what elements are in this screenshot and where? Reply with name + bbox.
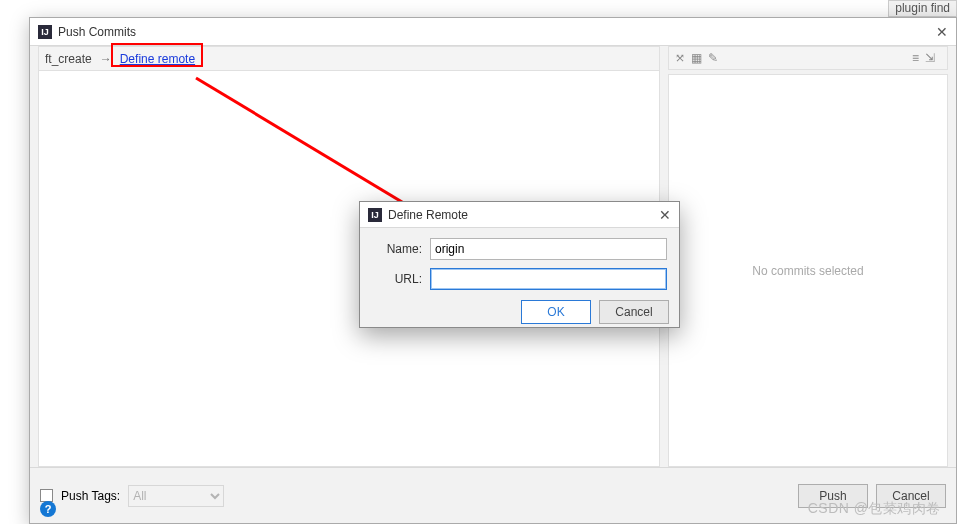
- url-label: URL:: [372, 272, 422, 286]
- commit-details-empty: No commits selected: [668, 74, 948, 467]
- arrow-icon: →: [100, 52, 112, 66]
- app-icon: IJ: [368, 208, 382, 222]
- edit-icon[interactable]: ✎: [708, 51, 718, 65]
- inner-titlebar: IJ Define Remote ✕: [360, 202, 679, 228]
- branch-name: ft_create: [45, 52, 92, 66]
- pin-icon[interactable]: ⤧: [675, 51, 685, 65]
- ok-button[interactable]: OK: [521, 300, 591, 324]
- define-remote-link[interactable]: Define remote: [120, 52, 195, 66]
- window-title: Push Commits: [58, 25, 136, 39]
- watermark: CSDN @包菜鸡肉卷: [808, 500, 941, 518]
- inner-title: Define Remote: [388, 208, 468, 222]
- push-tags-label: Push Tags:: [61, 489, 120, 503]
- right-pane: ⤧ ▦ ✎ ≡ ⇲ No commits selected: [668, 46, 948, 467]
- collapse-icon[interactable]: ≡: [912, 51, 919, 65]
- inner-close-icon[interactable]: ✕: [659, 207, 671, 223]
- url-field[interactable]: [430, 268, 667, 290]
- background-tab[interactable]: plugin find: [888, 0, 957, 17]
- define-remote-dialog: IJ Define Remote ✕ Name: URL: OK Cancel: [359, 201, 680, 328]
- expand-icon[interactable]: ⇲: [925, 51, 935, 65]
- titlebar: IJ Push Commits ✕: [30, 18, 956, 46]
- close-icon[interactable]: ✕: [936, 24, 948, 40]
- name-field[interactable]: [430, 238, 667, 260]
- help-icon[interactable]: ?: [40, 501, 56, 517]
- inner-cancel-button[interactable]: Cancel: [599, 300, 669, 324]
- branch-bar: ft_create → Define remote: [39, 47, 659, 71]
- name-label: Name:: [372, 242, 422, 256]
- right-toolbar: ⤧ ▦ ✎ ≡ ⇲: [668, 46, 948, 70]
- push-tags-select[interactable]: All: [128, 485, 224, 507]
- grid-icon[interactable]: ▦: [691, 51, 702, 65]
- app-icon: IJ: [38, 25, 52, 39]
